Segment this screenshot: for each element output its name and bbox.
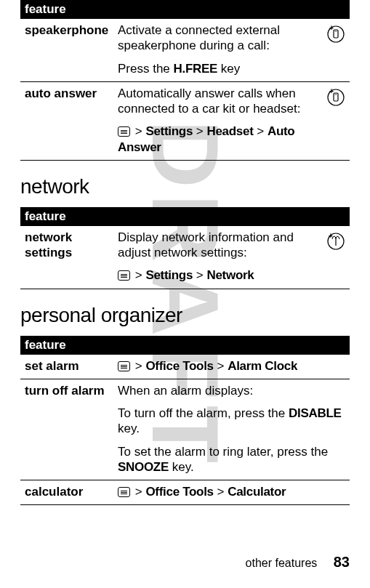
menu-key-icon — [118, 361, 130, 371]
desc-text: Automatically answer calls when connecte… — [118, 86, 300, 116]
section-heading-organizer: personal organizer — [20, 304, 350, 327]
page-number: 83 — [334, 554, 350, 570]
feature-name: turn off alarm — [20, 379, 113, 480]
desc-action: To turn off the alarm, press the DISABLE… — [118, 406, 345, 437]
svg-text:+: + — [329, 88, 334, 95]
page-content: feature speakerphone Activate a connecte… — [0, 0, 370, 505]
table-row: turn off alarm When an alarm displays: T… — [20, 379, 350, 480]
antenna-icon: + — [326, 232, 345, 251]
desc-text: Activate a connected external speakerpho… — [118, 23, 280, 52]
table-row: speakerphone Activate a connected extern… — [20, 19, 350, 81]
feature-name: calculator — [20, 480, 113, 505]
menu-path: > Settings > Headset > Auto Answer — [118, 124, 318, 155]
phone-accessory-icon: + — [326, 25, 345, 44]
feature-icon-cell: + — [322, 19, 350, 81]
page-footer: other features 83 — [246, 554, 350, 571]
table-header: feature — [20, 336, 350, 355]
key-label: H.FREE — [174, 62, 218, 76]
key-label: DISABLE — [289, 406, 342, 420]
menu-path: > Office Tools > Alarm Clock — [113, 355, 350, 379]
desc-action: To set the alarm to ring later, press th… — [118, 444, 345, 475]
feature-desc: When an alarm displays: To turn off the … — [113, 379, 350, 480]
menu-path: > Office Tools > Calculator — [113, 480, 350, 505]
desc-action: Press the H.FREE key — [118, 61, 318, 76]
table-row: set alarm > Office Tools > Alarm Clock — [20, 355, 350, 379]
feature-desc: Activate a connected external speakerpho… — [113, 19, 322, 81]
menu-path: > Settings > Network — [118, 267, 318, 283]
table-row: calculator > Office Tools > Calculator — [20, 480, 350, 505]
feature-name: auto answer — [20, 81, 113, 160]
feature-desc: Automatically answer calls when connecte… — [113, 81, 322, 160]
features-table-1: feature speakerphone Activate a connecte… — [20, 0, 350, 161]
desc-text: Display network information and adjust n… — [118, 230, 294, 259]
feature-name: network settings — [20, 226, 113, 289]
desc-text: When an alarm displays: — [118, 384, 253, 398]
features-table-2: feature network settings Display network… — [20, 207, 350, 289]
table-row: auto answer Automatically answer calls w… — [20, 81, 350, 160]
svg-text:+: + — [329, 232, 333, 240]
table-header: feature — [20, 0, 350, 19]
svg-text:+: + — [329, 25, 334, 32]
footer-text: other features — [246, 557, 318, 569]
table-row: network settings Display network informa… — [20, 226, 350, 289]
phone-accessory-icon: + — [326, 88, 345, 107]
menu-key-icon — [118, 126, 130, 137]
features-table-3: feature set alarm > Office Tools > Alarm… — [20, 336, 350, 506]
feature-name: set alarm — [20, 355, 113, 379]
key-label: SNOOZE — [118, 460, 169, 474]
feature-icon-cell: + — [322, 226, 350, 289]
table-header: feature — [20, 207, 350, 226]
feature-name: speakerphone — [20, 19, 113, 81]
feature-desc: Display network information and adjust n… — [113, 226, 322, 289]
svg-point-10 — [335, 237, 337, 238]
menu-key-icon — [118, 487, 130, 497]
feature-icon-cell: + — [322, 81, 350, 160]
menu-key-icon — [118, 270, 130, 281]
section-heading-network: network — [20, 175, 350, 198]
